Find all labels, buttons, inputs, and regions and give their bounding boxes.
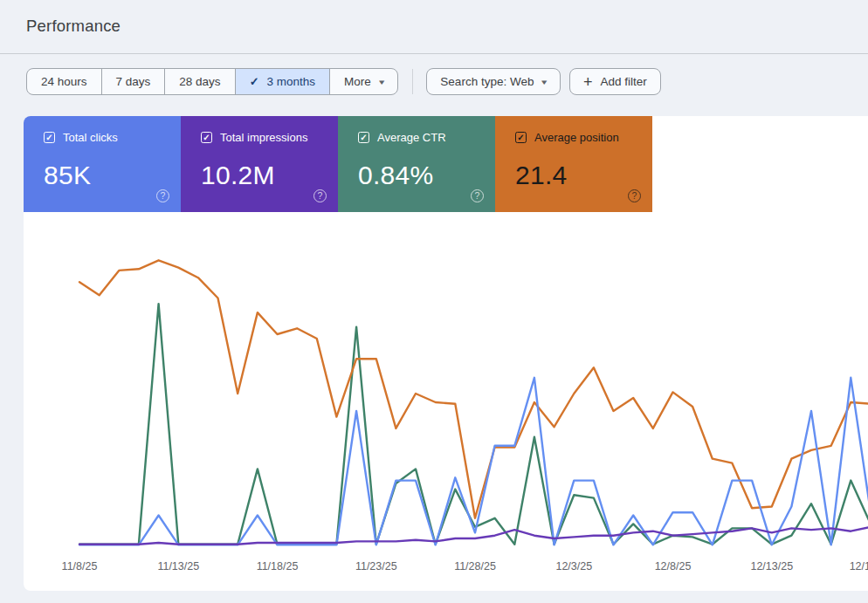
x-axis-tick-label: 12/13/25 <box>750 560 793 572</box>
check-icon: ✓ <box>203 133 210 142</box>
check-icon: ✓ <box>45 133 52 142</box>
help-icon[interactable]: ? <box>628 189 641 202</box>
x-axis-tick-label: 11/23/25 <box>355 560 397 572</box>
performance-chart[interactable]: 11/8/2511/13/2511/18/2511/23/2511/28/251… <box>24 212 868 591</box>
header-divider <box>0 53 868 54</box>
date-range-7-days[interactable]: 7 days <box>101 69 165 94</box>
metric-value: 21.4 <box>495 144 652 190</box>
performance-page: { "header": { "title": "Performance" }, … <box>0 0 868 603</box>
filter-bar: 24 hours 7 days 28 days ✓ 3 months More … <box>26 68 670 95</box>
caret-down-icon: ▾ <box>542 78 548 86</box>
metric-label: Average position <box>534 131 619 144</box>
segment-label: 24 hours <box>41 75 87 88</box>
x-axis-tick-label: 11/18/25 <box>257 560 299 572</box>
search-type-label: Search type: Web <box>440 75 534 88</box>
help-icon[interactable]: ? <box>156 189 169 202</box>
metric-label: Average CTR <box>377 131 446 144</box>
x-axis-tick-label: 11/8/25 <box>62 560 98 572</box>
series-line-total-clicks <box>79 378 868 545</box>
metric-value: 0.84% <box>338 144 495 190</box>
date-range-24-hours[interactable]: 24 hours <box>27 69 101 94</box>
search-type-dropdown[interactable]: Search type: Web ▾ <box>426 68 561 95</box>
checkbox-checked-icon[interactable]: ✓ <box>358 132 369 143</box>
segment-label: 28 days <box>179 75 220 88</box>
date-range-more-button[interactable]: More ▾ <box>329 69 397 94</box>
x-axis-tick-label: 12/3/25 <box>555 560 592 572</box>
plus-icon: + <box>583 74 593 90</box>
add-filter-label: Add filter <box>600 75 646 88</box>
metric-card-header: ✓ Average CTR <box>338 116 495 144</box>
x-axis-tick-label: 12/18/25 <box>850 560 868 572</box>
metric-card-total-clicks[interactable]: ✓ Total clicks 85K ? <box>24 116 181 212</box>
checkbox-checked-icon[interactable]: ✓ <box>44 132 55 143</box>
filter-divider <box>412 69 413 94</box>
check-icon: ✓ <box>250 75 259 88</box>
page-title: Performance <box>26 17 121 36</box>
metric-label: Total clicks <box>63 131 118 144</box>
metric-card-header: ✓ Total impressions <box>181 116 338 144</box>
segment-label: More <box>344 75 371 88</box>
help-icon[interactable]: ? <box>471 189 484 202</box>
metric-card-total-impressions[interactable]: ✓ Total impressions 10.2M ? <box>181 116 338 212</box>
segment-label: 3 months <box>267 75 316 88</box>
check-icon: ✓ <box>517 133 524 142</box>
metric-cards: ✓ Total clicks 85K ? ✓ Total impressions… <box>24 116 652 212</box>
metric-card-average-ctr[interactable]: ✓ Average CTR 0.84% ? <box>338 116 495 212</box>
date-range-3-months[interactable]: ✓ 3 months <box>235 69 329 94</box>
caret-down-icon: ▾ <box>379 78 384 86</box>
metric-card-average-position[interactable]: ✓ Average position 21.4 ? <box>495 116 652 212</box>
x-axis-tick-label: 11/28/25 <box>454 560 496 572</box>
x-axis-tick-label: 12/8/25 <box>655 560 692 572</box>
help-icon[interactable]: ? <box>313 189 327 202</box>
x-axis-tick-label: 11/13/25 <box>157 560 199 572</box>
checkbox-checked-icon[interactable]: ✓ <box>515 132 527 143</box>
check-icon: ✓ <box>360 133 367 142</box>
metric-value: 10.2M <box>181 144 338 190</box>
metric-value: 85K <box>24 144 181 190</box>
checkbox-checked-icon[interactable]: ✓ <box>201 132 212 143</box>
date-range-28-days[interactable]: 28 days <box>164 69 234 94</box>
add-filter-button[interactable]: + Add filter <box>569 68 661 95</box>
date-range-segmented-control: 24 hours 7 days 28 days ✓ 3 months More … <box>26 68 398 95</box>
metric-label: Total impressions <box>220 131 307 144</box>
metric-card-header: ✓ Total clicks <box>24 116 181 144</box>
chart-canvas[interactable]: 11/8/2511/13/2511/18/2511/23/2511/28/251… <box>24 212 868 591</box>
metric-card-header: ✓ Average position <box>495 116 652 144</box>
segment-label: 7 days <box>116 75 151 88</box>
